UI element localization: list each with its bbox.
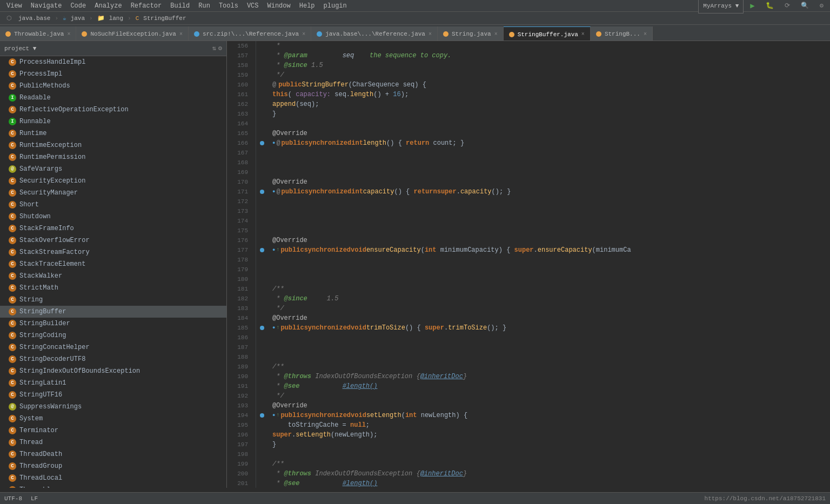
code-line-190[interactable]: * @throws IndexOutOfBoundsException {@in… [272,372,826,381]
sidebar-item-strictmath[interactable]: CStrictMath [0,282,226,294]
sidebar-item-threadlocal[interactable]: CThreadLocal [0,472,226,484]
sidebar-item-shutdown[interactable]: CShutdown [0,211,226,223]
sidebar-item-suppresswarnings[interactable]: @SuppressWarnings [0,401,226,413]
code-line-165[interactable]: @Override [272,129,826,138]
tab-stringbuffer[interactable]: StringBuffer.java × [504,26,591,41]
code-line-197[interactable]: } [272,440,826,449]
tab-reference2[interactable]: java.base\...\Reference.java × [311,26,438,41]
code-line-185[interactable]: ●↑public synchronized void trimToSize() … [272,323,826,333]
tab-close-stringbuilder[interactable]: × [644,31,647,37]
gutter-dot-185[interactable] [260,326,264,330]
sidebar-item-string[interactable]: CString [0,294,226,306]
code-line-159[interactable]: */ [272,70,826,80]
sidebar-item-short[interactable]: CShort [0,199,226,211]
menu-refactor[interactable]: Refactor [126,0,166,12]
sidebar-item-runtimepermission[interactable]: CRuntimePermission [0,151,226,163]
sidebar-item-runtimeexception[interactable]: CRuntimeException [0,139,226,151]
code-line-195[interactable]: toStringCache = null; [272,420,826,430]
sidebar-item-processhandleimpl[interactable]: CProcessHandleImpl [0,56,226,68]
tab-close-throwable[interactable]: × [67,31,70,37]
code-line-188[interactable] [272,352,826,362]
code-line-160[interactable]: @public StringBuffer(CharSequence seq) { [272,80,826,90]
sidebar-item-securityexception[interactable]: CSecurityException [0,175,226,187]
code-line-177[interactable]: ●↑public synchronized void ensureCapacit… [272,245,826,255]
sidebar-item-stacktraceelement[interactable]: CStackTraceElement [0,258,226,270]
code-line-173[interactable] [272,206,826,216]
code-line-161[interactable]: this( capacity: seq.length() + 16); [272,90,826,99]
sidebar-item-stringcoding[interactable]: CStringCoding [0,330,226,341]
gutter-dot-177[interactable] [260,248,264,252]
code-line-166[interactable]: ●@public synchronized int length() { ret… [272,138,826,148]
sidebar-item-stackoverflowerror[interactable]: CStackOverflowError [0,234,226,246]
code-line-164[interactable] [272,119,826,129]
sidebar-item-publicmethods[interactable]: CPublicMethods [0,80,226,92]
sidebar-item-runtime[interactable]: CRuntime [0,127,226,139]
code-line-163[interactable]: } [272,109,826,119]
code-line-198[interactable] [272,449,826,459]
sidebar-item-readable[interactable]: IReadable [0,92,226,104]
code-line-201[interactable]: * @see #length() [272,479,826,488]
sidebar-item-reflectiveoperationexception[interactable]: CReflectiveOperationException [0,104,226,116]
tab-close-ref1[interactable]: × [302,31,305,37]
search-button[interactable]: 🔍 [796,0,813,12]
code-line-175[interactable] [272,226,826,236]
sidebar-item-processimpl[interactable]: CProcessImpl [0,68,226,80]
sidebar-item-stringconcathelper[interactable]: CStringConcatHelper [0,341,226,353]
settings-button[interactable]: ⚙ [815,0,828,12]
tab-reference1[interactable]: src.zip!\...\Reference.java × [189,26,311,41]
code-line-157[interactable]: * @param seq the sequence to copy. [272,51,826,61]
code-line-187[interactable] [272,342,826,352]
code-line-172[interactable] [272,197,826,206]
menu-code[interactable]: Code [66,0,90,12]
menu-window[interactable]: Window [263,0,295,12]
code-line-200[interactable]: * @throws IndexOutOfBoundsException {@in… [272,469,826,479]
tab-string[interactable]: String.java × [438,26,504,41]
breadcrumb-stringbuffer-label[interactable]: StringBuffer [141,15,188,22]
menu-tools[interactable]: Tools [215,0,243,12]
tab-throwable[interactable]: Throwable.java × [0,26,76,41]
sidebar-item-stringdecoderutf8[interactable]: CStringDecoderUTF8 [0,353,226,365]
sidebar-item-threaddeath[interactable]: CThreadDeath [0,448,226,460]
sidebar-item-securitymanager[interactable]: CSecurityManager [0,187,226,199]
code-line-171[interactable]: ●@public synchronized int capacity() { r… [272,187,826,197]
tab-close-ref2[interactable]: × [429,31,432,37]
sidebar-item-stringutf16[interactable]: CStringUTF16 [0,389,226,401]
sidebar-item-stringlatin1[interactable]: CStringLatin1 [0,377,226,389]
code-line-178[interactable] [272,255,826,265]
gutter-dot-171[interactable] [260,190,264,194]
code-line-174[interactable] [272,216,826,226]
code-line-170[interactable]: @Override [272,177,826,187]
menu-analyze[interactable]: Analyze [90,0,126,12]
sidebar-item-throwable[interactable]: CThrowable [0,484,226,488]
sidebar-item-thread[interactable]: CThread [0,436,226,448]
gutter-dot-166[interactable] [260,141,264,145]
gutter-dot-194[interactable] [260,413,264,418]
code-line-156[interactable]: * [272,41,826,51]
breadcrumb-stringbuffer[interactable]: C [133,15,142,22]
sidebar-item-runnable[interactable]: IRunnable [0,116,226,127]
sidebar-item-terminator[interactable]: CTerminator [0,425,226,436]
sidebar-item-stringbuilder[interactable]: CStringBuilder [0,318,226,330]
code-line-168[interactable] [272,158,826,167]
sidebar-item-stringindexoutofboundsexception[interactable]: CStringIndexOutOfBoundsException [0,365,226,377]
sidebar-collapse-icon[interactable]: ⇅ [212,44,216,52]
sidebar-gear-icon[interactable]: ⚙ [218,44,222,52]
code-line-183[interactable]: */ [272,304,826,313]
code-line-184[interactable]: @Override [272,313,826,323]
code-line-192[interactable]: */ [272,391,826,401]
breadcrumb-java-label[interactable]: java [69,15,87,22]
run-button[interactable]: ▶ [746,0,759,12]
sidebar-item-safevarargs[interactable]: @SafeVarargs [0,163,226,175]
code-line-176[interactable]: @Override [272,236,826,245]
menu-navigate[interactable]: Navigate [26,0,66,12]
tab-stringbuilder[interactable]: StringB... × [591,26,653,41]
code-line-181[interactable]: /** [272,284,826,294]
menu-help[interactable]: Help [295,0,319,12]
code-line-194[interactable]: ●↑public synchronized void setLength(int… [272,411,826,420]
code-line-196[interactable]: super.setLength(newLength); [272,430,826,440]
tab-close-nosuchfile[interactable]: × [179,31,183,37]
code-line-169[interactable] [272,167,826,177]
tab-close-stringbuffer[interactable]: × [581,31,585,37]
code-line-186[interactable] [272,333,826,342]
code-line-158[interactable]: * @since 1.5 [272,61,826,70]
